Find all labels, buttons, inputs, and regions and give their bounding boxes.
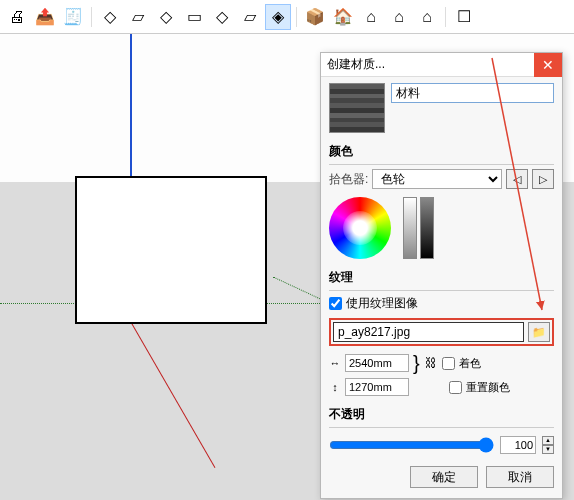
shape-5-icon[interactable]: ◇	[209, 4, 235, 30]
brace-icon: }	[413, 356, 420, 370]
main-toolbar: 🖨 📤 🧾 ◇ ▱ ◇ ▭ ◇ ▱ ◈ 📦 🏠 ⌂ ⌂ ⌂ ☐	[0, 0, 574, 34]
colorize-checkbox[interactable]	[442, 357, 455, 370]
material-preview	[329, 83, 385, 133]
dialog-titlebar[interactable]: 创建材质... ✕	[321, 53, 562, 77]
picker-back-icon[interactable]: ◁	[506, 169, 528, 189]
value-bar-light[interactable]	[403, 197, 417, 259]
height-icon: ↕	[329, 381, 341, 393]
opacity-up-icon[interactable]: ▲	[542, 436, 554, 445]
colorize-label: 着色	[459, 356, 481, 371]
color-wheel[interactable]	[329, 197, 391, 259]
model-info-icon[interactable]: 🧾	[60, 4, 86, 30]
picker-label: 拾色器:	[329, 171, 368, 188]
width-icon: ↔	[329, 357, 341, 369]
close-icon[interactable]: ✕	[534, 53, 562, 77]
export-icon[interactable]: 📤	[32, 4, 58, 30]
house-1-icon[interactable]: 📦	[302, 4, 328, 30]
cancel-button[interactable]: 取消	[486, 466, 554, 488]
shape-1-icon[interactable]: ◇	[97, 4, 123, 30]
shape-2-icon[interactable]: ▱	[125, 4, 151, 30]
create-material-dialog: 创建材质... ✕ 颜色 拾色器: 色轮 ◁ ▷ 纹理 使	[320, 52, 563, 499]
material-name-input[interactable]	[391, 83, 554, 103]
opacity-slider[interactable]	[329, 437, 494, 453]
box-icon[interactable]: ☐	[451, 4, 477, 30]
texture-file-input[interactable]	[333, 322, 524, 342]
texture-section-label: 纹理	[329, 269, 554, 286]
opacity-down-icon[interactable]: ▼	[542, 445, 554, 454]
house-3-icon[interactable]: ⌂	[358, 4, 384, 30]
browse-texture-icon[interactable]: 📁	[528, 322, 550, 342]
value-bar-dark[interactable]	[420, 197, 434, 259]
shape-7-icon[interactable]: ◈	[265, 4, 291, 30]
house-4-icon[interactable]: ⌂	[386, 4, 412, 30]
chain-lock-icon[interactable]: ⛓	[424, 356, 438, 370]
texture-width-input[interactable]	[345, 354, 409, 372]
use-texture-checkbox[interactable]	[329, 297, 342, 310]
texture-height-input[interactable]	[345, 378, 409, 396]
house-5-icon[interactable]: ⌂	[414, 4, 440, 30]
shape-4-icon[interactable]: ▭	[181, 4, 207, 30]
dialog-title-text: 创建材质...	[327, 56, 385, 73]
ok-button[interactable]: 确定	[410, 466, 478, 488]
opacity-section-label: 不透明	[329, 406, 554, 423]
shape-3-icon[interactable]: ◇	[153, 4, 179, 30]
color-picker-select[interactable]: 色轮	[372, 169, 502, 189]
house-2-icon[interactable]: 🏠	[330, 4, 356, 30]
axis-z	[130, 34, 132, 182]
reset-color-checkbox[interactable]	[449, 381, 462, 394]
print-icon[interactable]: 🖨	[4, 4, 30, 30]
shape-6-icon[interactable]: ▱	[237, 4, 263, 30]
picker-fwd-icon[interactable]: ▷	[532, 169, 554, 189]
color-section-label: 颜色	[329, 143, 554, 160]
reset-color-label: 重置颜色	[466, 380, 510, 395]
texture-file-annotation: 📁	[329, 318, 554, 346]
opacity-input[interactable]	[500, 436, 536, 454]
drawn-face[interactable]	[75, 176, 267, 324]
use-texture-label: 使用纹理图像	[346, 295, 418, 312]
